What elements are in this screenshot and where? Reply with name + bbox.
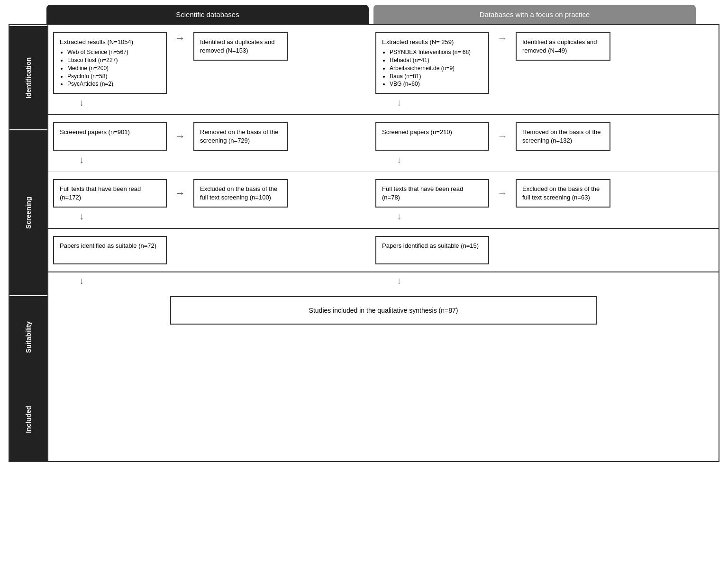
sci-screened-box: Screened papers (n=901) (53, 122, 167, 151)
phase-included-label: Included (9, 378, 47, 461)
sci-excluded-box: Excluded on the basis of the full text s… (193, 179, 288, 208)
sci-fulltext-box: Full texts that have been read (n=172) (53, 179, 167, 208)
screening-row-2: Full texts that have been read (n=172) →… (48, 172, 719, 229)
content-area: Extracted results (N=1054) Web of Scienc… (47, 25, 719, 461)
sci-list-item-3: Medline (n=200) (67, 64, 160, 72)
sci-arrow-right-id: → (171, 32, 190, 45)
phase-sidebar: Identification Screening Suitability Inc… (9, 25, 47, 461)
phase-screening-label: Screening (9, 129, 47, 295)
prac-extracted-list: PSYNDEX Interventions (n= 68) Rehadat (n… (390, 48, 482, 88)
sci-list-item-2: Ebsco Host (n=227) (67, 56, 160, 64)
sci-screened-col: Screened papers (n=901) → Removed on the… (53, 122, 366, 151)
prac-suitability-col: Papers identified as suitable (n=15) (375, 236, 688, 264)
screening-row-1: Screened papers (n=901) → Removed on the… (48, 115, 719, 172)
sci-identification-col: Extracted results (N=1054) Web of Scienc… (53, 32, 366, 94)
prac-list-item-4: Baua (n=81) (390, 72, 482, 81)
sci-down-arrow-screen1: ↓ (79, 155, 84, 164)
phase-suitability-label: Suitability (9, 295, 47, 378)
prac-excluded-box: Excluded on the basis of the full text s… (516, 179, 610, 208)
suitability-row: Papers identified as suitable (n=72) Pap… (48, 229, 719, 272)
sci-arrow-right-full: → (171, 187, 190, 199)
prac-fulltext-box: Full texts that have been read (n=78) (375, 179, 489, 208)
prac-arrow-right-full: → (493, 187, 512, 199)
included-row: Studies included in the qualitative synt… (48, 289, 719, 332)
identification-row: Extracted results (N=1054) Web of Scienc… (48, 25, 719, 115)
sci-list-item-5: PsycArticles (n=2) (67, 80, 160, 88)
prac-arrow-right-id: → (493, 32, 512, 45)
prac-screened-box: Screened papers (n=210) (375, 122, 489, 151)
prac-extracted-title: Extracted results (N= 259) (382, 38, 482, 46)
sci-extracted-title: Extracted results (N=1054) (60, 38, 160, 46)
prac-down-arrow-full: ↓ (397, 211, 401, 221)
included-box: Studies included in the qualitative synt… (170, 296, 597, 325)
sci-suitability-col: Papers identified as suitable (n=72) (53, 236, 366, 264)
prac-screened-col: Screened papers (n=210) → Removed on the… (375, 122, 688, 151)
pre-included-arrows: ↓ ↓ (48, 272, 719, 289)
prac-list-item-5: VBG (n=60) (390, 80, 482, 88)
header-row: Scientific databases Databases with a fo… (46, 5, 719, 24)
sci-extracted-list: Web of Science (n=567) Ebsco Host (n=227… (67, 48, 160, 88)
prac-arrow-right-screened: → (493, 130, 512, 143)
prac-list-item-2: Rehadat (n=41) (390, 56, 482, 64)
sci-duplicates-box: Identified as duplicates and removed (N=… (193, 32, 288, 61)
prac-identification-col: Extracted results (N= 259) PSYNDEX Inter… (375, 32, 688, 94)
sci-list-item-1: Web of Science (n=567) (67, 48, 160, 56)
diagram-container: Scientific databases Databases with a fo… (9, 5, 719, 462)
prac-suitable-box: Papers identified as suitable (n=15) (375, 236, 489, 264)
prac-down-arrow-suit: ↓ (397, 276, 401, 285)
main-body: Identification Screening Suitability Inc… (9, 24, 719, 462)
sci-fulltext-col: Full texts that have been read (n=172) →… (53, 179, 366, 208)
prac-down-arrow-id: ↓ (397, 98, 401, 107)
sci-down-arrow-suit: ↓ (79, 276, 84, 285)
sci-down-arrow-full: ↓ (79, 211, 84, 221)
sci-suitable-box: Papers identified as suitable (n=72) (53, 236, 167, 264)
sci-down-arrow-id: ↓ (79, 98, 84, 107)
prac-down-arrow-screen1: ↓ (397, 155, 401, 164)
phase-identification-label: Identification (9, 25, 47, 129)
sci-extracted-box: Extracted results (N=1054) Web of Scienc… (53, 32, 167, 94)
header-practice: Databases with a focus on practice (373, 5, 696, 24)
sci-list-item-4: PsycInfo (n=58) (67, 72, 160, 81)
prac-duplicates-box: Identified as duplicates and removed (N=… (516, 32, 610, 61)
prac-list-item-3: Arbeitssicherheit.de (n=9) (390, 64, 482, 72)
prac-fulltext-col: Full texts that have been read (n=78) → … (375, 179, 688, 208)
header-scientific: Scientific databases (46, 5, 369, 24)
sci-arrow-right-screened: → (171, 130, 190, 143)
prac-removed-box: Removed on the basis of the screening (n… (516, 122, 610, 151)
prac-extracted-box: Extracted results (N= 259) PSYNDEX Inter… (375, 32, 489, 94)
prac-list-item-1: PSYNDEX Interventions (n= 68) (390, 48, 482, 56)
sci-removed-box: Removed on the basis of the screening (n… (193, 122, 288, 151)
